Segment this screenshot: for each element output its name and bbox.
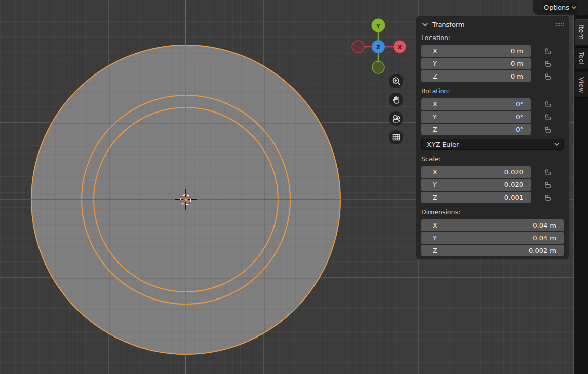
dimensions-row-x: X 0.04 m bbox=[421, 219, 564, 231]
rotation-row-x: X 0° bbox=[421, 98, 564, 110]
rotation-row-y: Y 0° bbox=[421, 111, 564, 123]
panel-title: Transform bbox=[432, 21, 555, 28]
scale-row-x: X 0.020 bbox=[421, 166, 564, 178]
location-field-group: X 0 m Y 0 m Z 0 m bbox=[421, 45, 564, 82]
rotation-mode-dropdown-value: XYZ Euler bbox=[427, 141, 459, 148]
scale-y-lock[interactable] bbox=[531, 181, 564, 189]
scale-row-z: Z 0.001 bbox=[421, 192, 564, 203]
unlock-icon[interactable] bbox=[544, 169, 551, 176]
scale-field-group: X 0.020 Y 0.020 Z 0.001 bbox=[421, 166, 564, 203]
location-y-field[interactable]: Y 0 m bbox=[421, 58, 531, 69]
chevron-down-icon bbox=[572, 6, 576, 9]
field-value: 0 m bbox=[511, 47, 523, 55]
navigation-gizmo[interactable]: Y X Z bbox=[348, 16, 409, 77]
location-y-lock[interactable] bbox=[531, 60, 564, 67]
unlock-icon[interactable] bbox=[544, 126, 551, 133]
axis-label: X bbox=[433, 100, 437, 108]
camera-icon bbox=[390, 113, 402, 124]
unlock-icon[interactable] bbox=[544, 114, 551, 121]
location-row-y: Y 0 m bbox=[421, 58, 564, 69]
field-value: 0 m bbox=[511, 60, 523, 67]
gizmo-negative-y-ball[interactable] bbox=[372, 61, 384, 73]
dimensions-section-label: Dimensions: bbox=[421, 208, 564, 216]
gizmo-z-label: Z bbox=[376, 44, 380, 51]
sidebar-tab-view[interactable]: View bbox=[575, 72, 588, 98]
rotation-section-label: Rotation: bbox=[421, 87, 564, 95]
unlock-icon[interactable] bbox=[544, 181, 551, 189]
sidebar-tab-column: ItemToolView bbox=[574, 0, 588, 374]
gizmo-x-label: X bbox=[398, 44, 402, 51]
dimensions-row-z: Z 0.002 m bbox=[421, 245, 564, 256]
unlock-icon[interactable] bbox=[544, 194, 551, 201]
axis-label: Z bbox=[433, 126, 437, 133]
location-x-lock[interactable] bbox=[531, 48, 564, 55]
pan-button[interactable] bbox=[389, 93, 403, 107]
camera-view-button[interactable] bbox=[389, 111, 403, 126]
viewport-tool-buttons bbox=[389, 74, 403, 144]
gizmo-y-label: Y bbox=[376, 23, 381, 29]
panel-collapse-chevron-icon[interactable] bbox=[422, 23, 428, 26]
scale-x-lock[interactable] bbox=[531, 169, 564, 176]
field-value: 0.020 bbox=[504, 168, 523, 176]
field-value: 0 m bbox=[511, 72, 523, 80]
rotation-y-field[interactable]: Y 0° bbox=[421, 111, 531, 123]
options-button[interactable]: Options bbox=[543, 2, 577, 13]
dimensions-z-field[interactable]: Z 0.002 m bbox=[421, 245, 564, 256]
gizmo-x-ball[interactable]: X bbox=[394, 41, 406, 53]
location-z-field[interactable]: Z 0 m bbox=[421, 70, 531, 82]
rotation-field-group: X 0° Y 0° Z 0° bbox=[421, 98, 564, 135]
axis-label: Y bbox=[433, 113, 437, 121]
location-x-field[interactable]: X 0 m bbox=[421, 45, 531, 57]
scale-z-lock[interactable] bbox=[531, 194, 564, 201]
viewport-header-corner: Options bbox=[533, 0, 588, 15]
rotation-z-lock[interactable] bbox=[531, 126, 564, 133]
unlock-icon[interactable] bbox=[544, 60, 551, 67]
zoom-button[interactable] bbox=[389, 74, 403, 88]
gizmo-negative-x-ball[interactable] bbox=[352, 41, 364, 53]
scale-y-field[interactable]: Y 0.020 bbox=[421, 179, 531, 191]
grid-icon bbox=[390, 132, 402, 143]
field-value: 0° bbox=[516, 100, 523, 108]
chevron-down-icon bbox=[554, 143, 559, 146]
unlock-icon[interactable] bbox=[544, 48, 551, 55]
scale-row-y: Y 0.020 bbox=[421, 179, 564, 191]
field-value: 0.002 m bbox=[529, 247, 556, 254]
rotation-x-lock[interactable] bbox=[531, 101, 564, 108]
axis-label: Z bbox=[433, 247, 437, 254]
field-value: 0° bbox=[516, 126, 523, 133]
axis-label: Y bbox=[433, 60, 437, 67]
location-row-x: X 0 m bbox=[421, 45, 564, 57]
magnifier-plus-icon bbox=[390, 76, 402, 87]
dimensions-y-field[interactable]: Y 0.04 m bbox=[421, 232, 564, 244]
sidebar-tab-tool[interactable]: Tool bbox=[575, 47, 588, 70]
gizmo-y-ball[interactable]: Y bbox=[372, 19, 385, 32]
gizmo-z-ball[interactable]: Z bbox=[372, 40, 385, 53]
dimensions-row-y: Y 0.04 m bbox=[421, 232, 564, 244]
transform-panel-header[interactable]: Transform bbox=[421, 20, 564, 29]
axis-label: X bbox=[433, 221, 437, 229]
panel-drag-grip-icon[interactable] bbox=[555, 22, 564, 26]
location-z-lock[interactable] bbox=[531, 73, 564, 80]
field-value: 0° bbox=[516, 113, 523, 121]
rotation-z-field[interactable]: Z 0° bbox=[421, 124, 531, 135]
axis-label: Z bbox=[433, 194, 437, 201]
scale-z-field[interactable]: Z 0.001 bbox=[421, 192, 531, 203]
dimensions-x-field[interactable]: X 0.04 m bbox=[421, 219, 564, 231]
location-row-z: Z 0 m bbox=[421, 70, 564, 82]
sidebar-tab-item[interactable]: Item bbox=[575, 19, 588, 45]
blender-window: Y X Z bbox=[0, 0, 588, 374]
rotation-mode-dropdown[interactable]: XYZ Euler bbox=[421, 139, 564, 150]
world-y-axis-line bbox=[185, 0, 186, 374]
axis-label: X bbox=[433, 47, 437, 55]
unlock-icon[interactable] bbox=[544, 101, 551, 108]
transform-panel: Transform Location: X 0 m Y 0 m bbox=[416, 16, 569, 259]
rotation-x-field[interactable]: X 0° bbox=[421, 98, 531, 110]
scale-x-field[interactable]: X 0.020 bbox=[421, 166, 531, 178]
unlock-icon[interactable] bbox=[544, 73, 551, 80]
orthographic-grid-button[interactable] bbox=[389, 130, 403, 144]
rotation-y-lock[interactable] bbox=[531, 114, 564, 121]
axis-label: X bbox=[433, 168, 437, 176]
field-value: 0.04 m bbox=[533, 221, 556, 229]
scale-section-label: Scale: bbox=[421, 155, 564, 163]
field-value: 0.001 bbox=[504, 194, 523, 201]
